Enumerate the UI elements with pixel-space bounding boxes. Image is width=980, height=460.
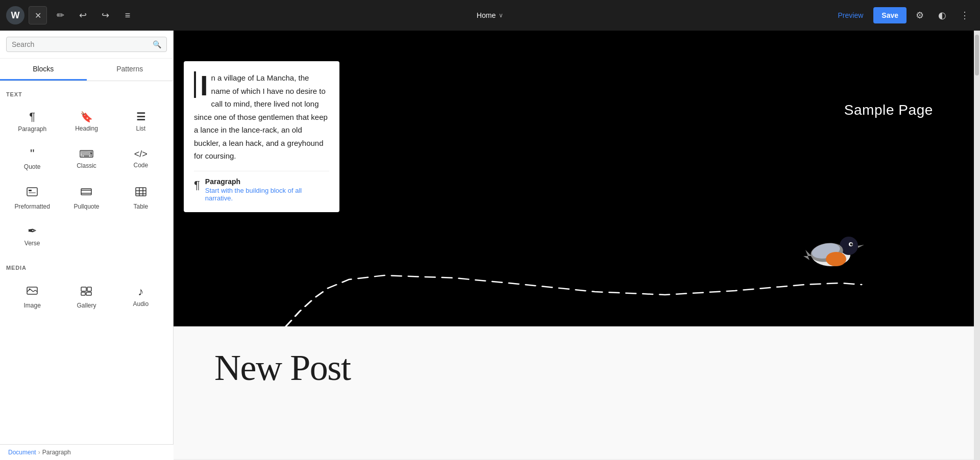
close-icon: ✕ bbox=[35, 11, 41, 20]
tab-blocks[interactable]: Blocks bbox=[0, 59, 87, 81]
svg-rect-6 bbox=[136, 188, 146, 196]
block-preformatted[interactable]: Preformatted bbox=[6, 178, 58, 216]
contrast-icon: ◐ bbox=[938, 10, 946, 21]
block-table[interactable]: Table bbox=[115, 178, 167, 216]
paragraph-label: Paragraph bbox=[18, 125, 46, 133]
paragraph-hint: ¶ Paragraph Start with the building bloc… bbox=[194, 177, 329, 202]
verse-icon: ✒ bbox=[28, 225, 37, 237]
toolbar: W ✕ ✏ ↩ ↪ ≡ Home ∨ Preview Save ⚙ ◐ ⋮ bbox=[0, 0, 980, 31]
sidebar-tabs: Blocks Patterns bbox=[0, 59, 173, 81]
svg-rect-20 bbox=[86, 292, 91, 295]
redo-button[interactable]: ↪ bbox=[96, 6, 114, 24]
block-quote[interactable]: " Quote bbox=[6, 140, 58, 176]
breadcrumb: Document › Paragraph bbox=[0, 444, 174, 460]
svg-rect-0 bbox=[27, 188, 37, 196]
media-section-label: MEDIA bbox=[6, 265, 167, 271]
block-paragraph[interactable]: ¶ Paragraph bbox=[6, 104, 58, 138]
verse-label: Verse bbox=[24, 240, 40, 247]
classic-label: Classic bbox=[77, 162, 96, 169]
table-icon bbox=[135, 186, 147, 200]
hint-title: Paragraph bbox=[205, 177, 329, 186]
paragraph-icon: ¶ bbox=[29, 111, 35, 122]
sample-page-heading: Sample Page bbox=[844, 102, 933, 118]
paragraph-hint-text: Paragraph Start with the building block … bbox=[205, 177, 329, 202]
more-options-button[interactable]: ⋮ bbox=[955, 6, 974, 24]
contrast-button[interactable]: ◐ bbox=[933, 6, 951, 24]
quote-label: Quote bbox=[24, 163, 41, 170]
classic-icon: ⌨ bbox=[79, 149, 94, 159]
scrollbar-thumb[interactable] bbox=[975, 35, 979, 75]
preformatted-label: Preformatted bbox=[14, 203, 50, 210]
block-audio[interactable]: ♪ Audio bbox=[115, 277, 167, 315]
popup-body-text: n a village of La Mancha, the name of wh… bbox=[194, 73, 328, 160]
paragraph-hint-icon: ¶ bbox=[194, 178, 200, 192]
list-block-icon: ☰ bbox=[136, 112, 145, 122]
code-icon: </> bbox=[134, 149, 148, 159]
block-code[interactable]: </> Code bbox=[115, 140, 167, 176]
sidebar: 🔍 Blocks Patterns TEXT ¶ Paragraph 🔖 Hea… bbox=[0, 31, 174, 460]
page-white-area: New Post bbox=[174, 326, 974, 459]
sidebar-search-area: 🔍 bbox=[0, 31, 173, 59]
svg-point-16 bbox=[29, 289, 31, 290]
popup-text: I n a village of La Mancha, the name of … bbox=[194, 71, 329, 163]
list-label: List bbox=[136, 125, 145, 132]
block-verse[interactable]: ✒ Verse bbox=[6, 218, 58, 252]
svg-rect-17 bbox=[81, 287, 86, 291]
list-view-button[interactable]: ≡ bbox=[118, 6, 137, 24]
svg-rect-1 bbox=[29, 190, 32, 191]
svg-point-29 bbox=[850, 243, 853, 246]
drop-cap: I bbox=[194, 71, 208, 98]
list-icon: ≡ bbox=[125, 10, 131, 21]
pullquote-label: Pullquote bbox=[74, 203, 99, 210]
edit-button[interactable]: ✏ bbox=[51, 6, 69, 24]
hint-description: Start with the building block of all nar… bbox=[205, 187, 329, 202]
svg-rect-2 bbox=[29, 192, 36, 193]
svg-marker-23 bbox=[858, 245, 864, 248]
close-button[interactable]: ✕ bbox=[29, 6, 47, 24]
preview-button[interactable]: Preview bbox=[832, 8, 870, 22]
svg-point-26 bbox=[826, 252, 846, 266]
wp-logo-button[interactable]: W bbox=[6, 6, 24, 24]
editor-scrollbar[interactable] bbox=[974, 31, 980, 460]
block-classic[interactable]: ⌨ Classic bbox=[60, 140, 112, 176]
toolbar-center: Home ∨ bbox=[477, 11, 503, 19]
main-area: 🔍 Blocks Patterns TEXT ¶ Paragraph 🔖 Hea… bbox=[0, 31, 980, 460]
block-pullquote[interactable]: Pullquote bbox=[60, 178, 112, 216]
settings-button[interactable]: ⚙ bbox=[911, 6, 929, 24]
preformatted-icon bbox=[26, 186, 38, 200]
block-heading[interactable]: 🔖 Heading bbox=[60, 104, 112, 138]
tab-patterns[interactable]: Patterns bbox=[87, 59, 174, 81]
heading-label: Heading bbox=[75, 125, 98, 132]
new-post-title: New Post bbox=[214, 347, 351, 389]
svg-line-13 bbox=[30, 289, 33, 292]
audio-label: Audio bbox=[133, 300, 149, 308]
svg-rect-18 bbox=[87, 287, 91, 291]
search-icon: 🔍 bbox=[153, 40, 161, 48]
chevron-down-icon: ∨ bbox=[499, 12, 503, 19]
block-image[interactable]: Image bbox=[6, 277, 58, 315]
breadcrumb-current: Paragraph bbox=[42, 449, 71, 456]
block-list[interactable]: ☰ List bbox=[115, 104, 167, 138]
undo-icon: ↩ bbox=[79, 10, 87, 21]
block-gallery[interactable]: Gallery bbox=[60, 277, 112, 315]
image-icon bbox=[26, 285, 38, 299]
breadcrumb-document[interactable]: Document bbox=[8, 449, 36, 456]
toolbar-right: Preview Save ⚙ ◐ ⋮ bbox=[832, 6, 974, 24]
svg-rect-19 bbox=[81, 292, 85, 295]
search-box[interactable]: 🔍 bbox=[6, 37, 167, 52]
edit-icon: ✏ bbox=[57, 10, 64, 21]
undo-button[interactable]: ↩ bbox=[74, 6, 92, 24]
text-section-label: TEXT bbox=[6, 91, 167, 97]
save-button[interactable]: Save bbox=[873, 7, 906, 23]
search-input[interactable] bbox=[12, 40, 153, 48]
gallery-label: Gallery bbox=[77, 302, 96, 309]
code-label: Code bbox=[133, 162, 148, 169]
heading-icon: 🔖 bbox=[80, 112, 93, 122]
page-canvas: Sample Page bbox=[174, 31, 974, 326]
quote-icon: " bbox=[30, 148, 35, 160]
gallery-icon bbox=[80, 285, 92, 299]
svg-line-14 bbox=[33, 290, 35, 292]
svg-marker-27 bbox=[803, 250, 812, 260]
audio-icon: ♪ bbox=[138, 286, 143, 297]
sidebar-content: TEXT ¶ Paragraph 🔖 Heading ☰ List " Quot… bbox=[0, 81, 173, 460]
